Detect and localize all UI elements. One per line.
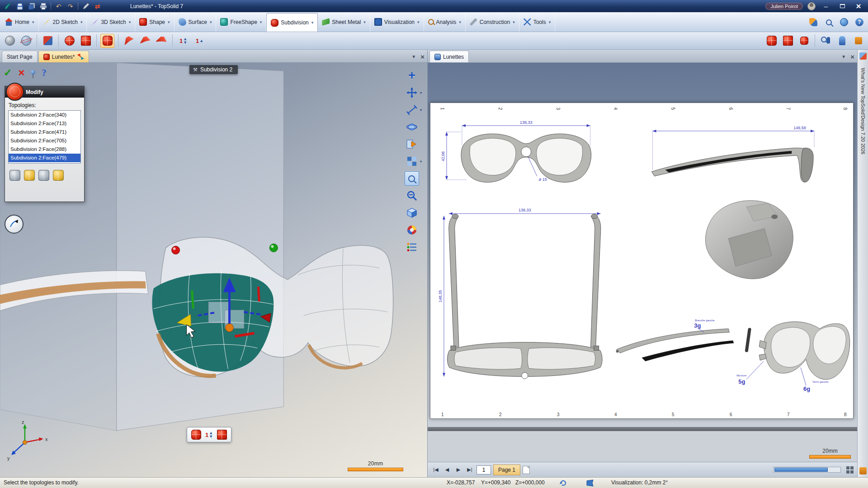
page-number-input[interactable] xyxy=(476,465,491,474)
sync-icon[interactable] xyxy=(77,54,84,60)
print-icon[interactable] xyxy=(39,2,47,10)
topology-item[interactable]: Subdivision 2:Face(705) xyxy=(9,136,80,145)
subdivision-level-button-1[interactable]: 1▲▼ xyxy=(176,34,190,48)
topology-item[interactable]: Subdivision 2:Face(340) xyxy=(9,111,80,119)
avatar[interactable] xyxy=(807,2,816,10)
last-page-button[interactable]: ▶| xyxy=(465,465,474,474)
search-icon[interactable] xyxy=(823,16,835,28)
edit-pen-icon[interactable] xyxy=(81,2,90,10)
topology-item[interactable]: Subdivision 2:Face(713) xyxy=(9,119,80,128)
customize-icon[interactable] xyxy=(807,16,819,28)
fan-tool-button-3[interactable] xyxy=(155,34,169,48)
search-user-button[interactable] xyxy=(819,34,833,48)
next-page-button[interactable]: ▶ xyxy=(454,465,463,474)
chevron-down-icon[interactable]: ▾ xyxy=(168,20,170,24)
insert-view-button[interactable] xyxy=(405,137,419,151)
subdivision-tool-button[interactable] xyxy=(191,430,201,440)
tab-analysis[interactable]: Analysis▾ xyxy=(424,12,466,32)
pan-button[interactable]: + xyxy=(405,68,419,83)
gizmo-ball-orange[interactable] xyxy=(225,324,233,332)
chevron-down-icon[interactable]: ▾ xyxy=(420,91,422,95)
close-button[interactable]: × xyxy=(853,2,864,11)
help-button[interactable]: ? xyxy=(42,68,46,78)
subdivision-cube-button[interactable] xyxy=(79,34,93,48)
tab-construction[interactable]: Construction▾ xyxy=(466,12,519,32)
layout-button[interactable] xyxy=(405,154,419,169)
chevron-down-icon[interactable]: ▾ xyxy=(420,160,422,164)
fan-tool-button-1[interactable] xyxy=(122,34,136,48)
view-exploded-temple[interactable] xyxy=(616,328,734,361)
web-icon[interactable] xyxy=(838,16,850,28)
chevron-down-icon[interactable]: ▾ xyxy=(311,20,314,25)
render-style-button[interactable] xyxy=(405,223,419,237)
measure-button[interactable] xyxy=(405,103,419,117)
chevron-down-icon[interactable]: ▾ xyxy=(459,20,461,24)
tab-tools[interactable]: Tools▾ xyxy=(519,12,556,32)
chevron-down-icon[interactable]: ▾ xyxy=(420,108,422,112)
modify-panel-header[interactable]: Modify xyxy=(5,86,84,98)
orbit-view-button[interactable] xyxy=(19,34,33,48)
move-button[interactable] xyxy=(405,85,419,100)
topology-item-selected[interactable]: Subdivision 2:Face(479) xyxy=(9,154,80,162)
fan-tool-button-2[interactable] xyxy=(138,34,152,48)
scrollbar-thumb[interactable] xyxy=(774,468,828,472)
validate-button[interactable]: ✓ xyxy=(4,67,12,79)
tab-list-button[interactable]: ▼ xyxy=(411,54,416,59)
refresh-icon[interactable]: ⇄ xyxy=(93,2,102,10)
chevron-down-icon[interactable]: ▾ xyxy=(80,20,83,24)
pin-button[interactable] xyxy=(31,70,35,76)
previous-page-button[interactable]: ◀ xyxy=(443,465,452,474)
first-page-button[interactable]: |◀ xyxy=(431,465,440,474)
topologies-listbox[interactable]: Subdivision 2:Face(340) Subdivision 2:Fa… xyxy=(8,110,81,164)
tab-lunettes-drawing[interactable]: Lunettes xyxy=(429,51,469,62)
topology-item[interactable]: Subdivision 2:Face(288) xyxy=(9,145,80,154)
subdivision-view-button-3[interactable] xyxy=(797,34,811,48)
tab-3d-sketch[interactable]: 3D Sketch▾ xyxy=(87,12,135,32)
cancel-button[interactable]: × xyxy=(18,66,24,79)
tab-start-page[interactable]: Start Page xyxy=(2,51,38,62)
tab-freeshape[interactable]: FreeShape▾ xyxy=(216,12,266,32)
zoom-window-button[interactable] xyxy=(405,171,419,186)
grid-view-button[interactable] xyxy=(846,466,854,474)
rotate-view-button[interactable] xyxy=(405,120,419,134)
horizontal-scrollbar[interactable] xyxy=(428,427,857,431)
modify-subdivision-button[interactable] xyxy=(100,34,114,48)
gizmo-ball-green[interactable] xyxy=(269,244,278,252)
display-options-button[interactable] xyxy=(405,240,419,254)
tab-2d-sketch[interactable]: 2D Sketch▾ xyxy=(39,12,87,32)
topology-item[interactable]: Subdivision 2:Face(471) xyxy=(9,128,80,136)
selection-mode-button-2[interactable] xyxy=(24,170,35,181)
chevron-down-icon[interactable]: ▾ xyxy=(210,20,212,24)
chevron-down-icon[interactable]: ▾ xyxy=(363,20,366,24)
subdivision-sphere-button[interactable] xyxy=(62,34,76,48)
tab-visualization[interactable]: Visualization▾ xyxy=(370,12,424,32)
notify-button[interactable] xyxy=(851,34,865,48)
chevron-down-icon[interactable]: ▾ xyxy=(549,20,551,24)
maximize-button[interactable] xyxy=(836,2,848,11)
selection-arrow-tool[interactable] xyxy=(5,215,24,234)
view-frame-3d[interactable] xyxy=(745,322,850,385)
visualization-mode-icon[interactable] xyxy=(586,479,594,488)
minimize-button[interactable]: – xyxy=(820,2,832,11)
tab-lunettes-3d[interactable]: Lunettes* xyxy=(38,51,90,62)
chevron-down-icon[interactable]: ▾ xyxy=(417,20,420,24)
view-top[interactable] xyxy=(443,212,602,379)
save-all-icon[interactable] xyxy=(27,2,36,10)
undo-icon[interactable]: ↶ xyxy=(54,2,63,10)
subdivision-cage-button[interactable] xyxy=(217,430,227,440)
selection-mode-button-4[interactable] xyxy=(53,170,64,181)
subdivision-view-button-1[interactable] xyxy=(764,34,778,48)
3d-viewport[interactable]: z x y ⚒ Subdivision 2 ✓ × ? xyxy=(0,63,427,477)
subdivision-level-button[interactable]: 1▲▼ xyxy=(205,431,213,438)
view-nose-detail[interactable] xyxy=(705,201,793,279)
zoom-fit-button[interactable] xyxy=(405,188,419,203)
view-front[interactable] xyxy=(445,124,591,182)
insert-component-button[interactable] xyxy=(41,34,55,48)
tab-list-button[interactable]: ▼ xyxy=(841,54,846,59)
subdivision-level-button-2[interactable]: 1▲ xyxy=(193,34,207,48)
chevron-down-icon[interactable]: ▾ xyxy=(129,20,131,24)
subdivision-view-button-2[interactable] xyxy=(781,34,795,48)
close-pane-button[interactable]: × xyxy=(420,53,425,61)
sync-status-icon[interactable] xyxy=(559,479,567,488)
save-icon[interactable] xyxy=(15,2,24,10)
